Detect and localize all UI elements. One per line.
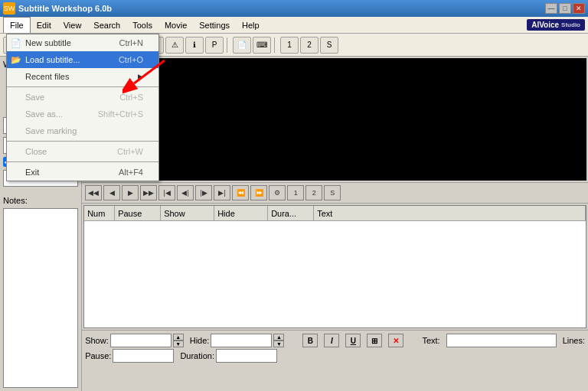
menu-edit[interactable]: Edit xyxy=(31,17,57,33)
subtitle-table: Num Pause Show Hide Dura... Text xyxy=(83,205,586,328)
menu-close: Close Ctrl+W xyxy=(7,143,158,160)
pb-prev[interactable]: ◀ xyxy=(103,185,120,200)
file-menu-dropdown: 📄 New subtitle Ctrl+N 📂 Load subtitle...… xyxy=(6,34,159,181)
menu-tools[interactable]: Tools xyxy=(126,17,158,33)
menu-sep-3 xyxy=(7,161,158,162)
playback-controls: ◀◀ ◀ ▶ ▶▶ |◀ ◀| |▶ ▶| ⏪ ⏩ ⚙ 1 2 S xyxy=(82,182,588,204)
new-icon: 📄 xyxy=(10,37,22,49)
menu-close-shortcut: Ctrl+W xyxy=(117,147,143,156)
menu-sep-1 xyxy=(7,86,158,87)
pb-settings[interactable]: ⚙ xyxy=(269,185,286,200)
pb-frame-fwd[interactable]: |▶ xyxy=(195,185,212,200)
menu-saveas-label: Save as... xyxy=(25,109,63,119)
menu-search[interactable]: Search xyxy=(87,17,126,33)
menu-save-marking: Save marking xyxy=(7,122,158,139)
format-table[interactable]: ⊞ xyxy=(367,334,382,347)
tb-doc[interactable]: 📄 xyxy=(233,37,251,54)
minimize-button[interactable]: — xyxy=(545,3,557,14)
lines-label: Lines: xyxy=(563,336,585,345)
menu-file[interactable]: File xyxy=(3,17,31,33)
menu-view[interactable]: View xyxy=(57,17,88,33)
aivoice-subtext: Studio xyxy=(561,21,580,28)
format-italic[interactable]: I xyxy=(324,334,339,347)
show-spin-up[interactable]: ▲ xyxy=(173,334,184,340)
table-header: Num Pause Show Hide Dura... Text xyxy=(84,206,586,221)
duration-field-group: Duration: xyxy=(180,349,277,363)
duration-input[interactable] xyxy=(216,349,277,363)
duration-label: Duration: xyxy=(180,351,214,360)
tb-check1[interactable]: 1 xyxy=(280,37,299,54)
pb-s[interactable]: S xyxy=(324,185,341,200)
th-pause: Pause xyxy=(115,206,161,220)
load-icon: 📂 xyxy=(10,54,22,66)
pb-fastfwd[interactable]: ⏩ xyxy=(250,185,267,200)
aivoice-text: AlVoice xyxy=(531,21,559,29)
show-label: Show: xyxy=(85,336,109,345)
pb-rewind[interactable]: ⏪ xyxy=(232,185,249,200)
menu-load-subtitle[interactable]: 📂 Load subtitle... Ctrl+O xyxy=(7,51,158,68)
menu-settings[interactable]: Settings xyxy=(193,17,236,33)
tb-sep4 xyxy=(227,37,230,53)
format-bold[interactable]: B xyxy=(302,334,318,347)
format-underline[interactable]: U xyxy=(345,334,361,347)
tb-p[interactable]: P xyxy=(205,37,224,54)
menu-load-shortcut: Ctrl+O xyxy=(119,55,143,64)
notes-area[interactable] xyxy=(3,208,78,388)
title-bar: SW Subtitle Workshop 6.0b — □ ✕ xyxy=(0,0,588,17)
maximize-button[interactable]: □ xyxy=(559,3,571,14)
pb-to-start[interactable]: |◀ xyxy=(158,185,175,200)
menu-exit[interactable]: Exit Alt+F4 xyxy=(7,164,158,181)
hide-spin-down[interactable]: ▼ xyxy=(273,340,284,347)
menu-new-subtitle[interactable]: 📄 New subtitle Ctrl+N xyxy=(7,34,158,51)
pb-prev-prev[interactable]: ◀◀ xyxy=(85,185,102,200)
tb-check2[interactable]: 2 xyxy=(300,37,318,54)
pause-label: Pause: xyxy=(85,351,111,360)
th-show: Show xyxy=(161,206,214,220)
menu-sep-2 xyxy=(7,141,158,142)
close-button[interactable]: ✕ xyxy=(573,3,585,14)
notes-label: Notes: xyxy=(3,196,78,205)
text-input[interactable] xyxy=(446,334,557,347)
pb-next[interactable]: ▶▶ xyxy=(140,185,157,200)
hide-field-group: Hide: ▲ ▼ xyxy=(190,334,285,347)
menu-save-label: Save xyxy=(25,93,44,102)
menu-recent[interactable]: Recent files ▶ xyxy=(7,68,158,85)
show-input[interactable] xyxy=(110,334,172,347)
hide-spin: ▲ ▼ xyxy=(273,334,284,347)
tb-keyboard[interactable]: ⌨ xyxy=(253,37,271,54)
show-spin-down[interactable]: ▼ xyxy=(173,340,184,347)
format-clear[interactable]: ✕ xyxy=(388,334,403,347)
pb-frame-back[interactable]: ◀| xyxy=(177,185,194,200)
menu-new-shortcut: Ctrl+N xyxy=(119,38,143,47)
menu-movie[interactable]: Movie xyxy=(158,17,193,33)
tb-info[interactable]: ℹ xyxy=(185,37,204,54)
show-spin: ▲ ▼ xyxy=(173,334,184,347)
tb-warning[interactable]: ⚠ xyxy=(165,37,184,54)
hide-label: Hide: xyxy=(190,336,210,345)
pb-2[interactable]: 2 xyxy=(305,185,322,200)
tb-s[interactable]: S xyxy=(320,37,338,54)
edit-top-row: Show: ▲ ▼ Hide: ▲ ▼ B xyxy=(85,334,585,347)
menu-exit-label: Exit xyxy=(25,168,39,177)
hide-input[interactable] xyxy=(211,334,272,347)
aivoice-logo: AlVoice Studio xyxy=(527,19,585,31)
th-num: Num xyxy=(84,206,115,220)
menu-new-label: New subtitle xyxy=(25,38,71,47)
menu-recent-label: Recent files xyxy=(25,72,69,81)
th-hide: Hide xyxy=(214,206,268,220)
menu-close-label: Close xyxy=(25,147,47,156)
pb-to-end[interactable]: ▶| xyxy=(214,185,230,200)
menu-load-label: Load subtitle... xyxy=(25,55,80,64)
app-icon: SW xyxy=(3,2,15,15)
menu-help[interactable]: Help xyxy=(236,17,266,33)
pause-input[interactable] xyxy=(113,349,174,363)
th-duration: Dura... xyxy=(268,206,314,220)
pause-field-group: Pause: xyxy=(85,349,174,363)
menu-bar: File Edit View Search Tools Movie Settin… xyxy=(0,17,588,34)
text-label: Text: xyxy=(422,336,439,345)
pb-1[interactable]: 1 xyxy=(287,185,304,200)
menu-savemarking-label: Save marking xyxy=(25,126,77,135)
show-field-group: Show: ▲ ▼ xyxy=(85,334,184,347)
hide-spin-up[interactable]: ▲ xyxy=(273,334,284,340)
pb-play[interactable]: ▶ xyxy=(122,185,139,200)
